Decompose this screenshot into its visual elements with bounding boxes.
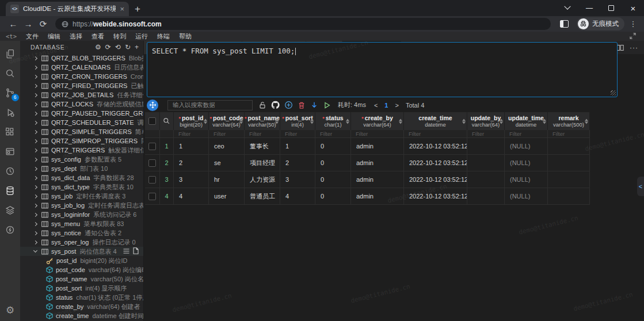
- new-tab-button[interactable]: +: [135, 2, 140, 16]
- tree-item-QRTZ_JOB_DETAILS[interactable]: QRTZ_JOB_DETAILS任务详细信息...: [20, 90, 143, 100]
- settings-gear-icon[interactable]: ⚙: [6, 304, 14, 316]
- zap-icon[interactable]: [1, 220, 20, 239]
- cell-update_by[interactable]: [467, 138, 505, 155]
- cell-post_id[interactable]: 4: [174, 188, 209, 205]
- forward-icon[interactable]: →: [21, 19, 36, 29]
- tree-item-QRTZ_FIRED_TRIGGERS[interactable]: QRTZ_FIRED_TRIGGERS已触发的触...: [20, 81, 143, 90]
- filter-input-post_name[interactable]: Filter: [245, 130, 280, 138]
- new-file-icon[interactable]: [133, 247, 139, 255]
- cell-post_sort[interactable]: 1: [280, 138, 315, 155]
- sort-icon[interactable]: [239, 119, 243, 124]
- cell-update_by[interactable]: [467, 188, 505, 205]
- next-page-icon[interactable]: >: [395, 102, 398, 109]
- cell-post_code[interactable]: user: [209, 188, 245, 205]
- prev-page-icon[interactable]: <: [374, 102, 378, 109]
- explorer-icon[interactable]: [1, 44, 20, 63]
- column-header-update_time[interactable]: update_timedatetime: [505, 112, 548, 130]
- panel-collapse-handle[interactable]: <: [637, 177, 644, 196]
- menu-item[interactable]: 转到: [109, 32, 131, 41]
- database-icon[interactable]: [1, 181, 20, 200]
- filter-input-create_time[interactable]: Filter: [404, 130, 467, 138]
- cell-remark[interactable]: [548, 171, 590, 188]
- field-post_id[interactable]: post_idbigint(20) 岗位ID: [20, 256, 143, 265]
- filter-input-update_time[interactable]: Filter: [505, 130, 548, 138]
- sort-icon[interactable]: [310, 119, 314, 124]
- sort-icon[interactable]: [346, 119, 349, 124]
- menu-item[interactable]: 终端: [153, 32, 174, 41]
- cell-post_name[interactable]: 人力资源: [245, 171, 280, 188]
- tree-item-sys_config[interactable]: sys_config参数配置表 5: [20, 155, 143, 164]
- history-icon[interactable]: ⟲: [115, 43, 121, 51]
- more-actions-icon[interactable]: ···: [630, 44, 638, 52]
- cell-update_time[interactable]: (NULL): [505, 188, 548, 205]
- move-button[interactable]: [147, 100, 158, 111]
- tree-item-QRTZ_CRON_TRIGGERS[interactable]: QRTZ_CRON_TRIGGERSCron类型...: [20, 72, 143, 81]
- tree-item-sys_dict_type[interactable]: sys_dict_type字典类型表 10: [20, 182, 143, 192]
- data-search-input[interactable]: 输入以搜索数据: [167, 100, 253, 110]
- extensions-icon[interactable]: [1, 123, 20, 141]
- download-icon[interactable]: [310, 101, 318, 109]
- cell-post_code[interactable]: hr: [209, 171, 245, 188]
- column-header-post_name[interactable]: *post_namevarchar(50): [245, 112, 280, 130]
- row-checkbox[interactable]: [148, 143, 156, 150]
- sort-icon[interactable]: [543, 119, 546, 124]
- column-header-remark[interactable]: remarkvarchar(500): [548, 112, 590, 130]
- menu-item[interactable]: 文件: [21, 32, 43, 41]
- page-number[interactable]: 1: [384, 102, 388, 109]
- field-post_sort[interactable]: post_sortint(4) 显示顺序: [20, 284, 143, 293]
- close-icon[interactable]: ×: [622, 0, 644, 16]
- tree-item-sys_notice[interactable]: sys_notice通知公告表 2: [20, 228, 143, 238]
- tree-item-QRTZ_SIMPLE_TRIGGERS[interactable]: QRTZ_SIMPLE_TRIGGERS简单触发...: [20, 127, 143, 136]
- address-bar[interactable]: https:// webide.sinosoft.com: [55, 18, 551, 30]
- menu-item[interactable]: 查看: [87, 32, 109, 41]
- cell-status[interactable]: 0: [315, 155, 351, 171]
- layers-icon[interactable]: [1, 201, 20, 219]
- field-post_name[interactable]: post_namevarchar(50) 岗位名称: [20, 274, 143, 284]
- tree-item-sys_menu[interactable]: sys_menu菜单权限表 83: [20, 219, 143, 228]
- sort-icon[interactable]: [204, 119, 207, 124]
- cell-post_name[interactable]: 普通员工: [245, 188, 280, 205]
- sort-icon[interactable]: [585, 119, 588, 124]
- sync-icon[interactable]: ⟳: [105, 43, 111, 51]
- filter-input-update_by[interactable]: Filter: [467, 130, 505, 138]
- add-icon[interactable]: +: [135, 43, 139, 51]
- remote-window-icon[interactable]: [1, 142, 20, 160]
- column-header-post_id[interactable]: *post_idbigint(20): [174, 112, 209, 130]
- column-header-update_by[interactable]: update_byvarchar(64): [467, 112, 505, 130]
- column-header-create_by[interactable]: *create_byvarchar(64): [351, 112, 404, 130]
- tree-item-sys_logininfor[interactable]: sys_logininfor系统访问记录 6: [20, 210, 143, 219]
- refresh-icon[interactable]: ↻: [125, 43, 131, 51]
- resize-handle-icon[interactable]: [611, 90, 616, 95]
- tree-item-QRTZ_CALENDARS[interactable]: QRTZ_CALENDARS日历信息表 0: [20, 63, 143, 72]
- row-checkbox[interactable]: [148, 193, 156, 200]
- cell-create_time[interactable]: 2022-10-12 03:52:12: [404, 138, 467, 155]
- cell-create_time[interactable]: 2022-10-12 03:52:12: [404, 155, 467, 171]
- column-header-post_code[interactable]: *post_codevarchar(64): [209, 112, 245, 130]
- tree-item-QRTZ_TRIGGERS[interactable]: QRTZ_TRIGGERS触发器详细信息表 3: [20, 146, 143, 155]
- menu-item[interactable]: 选择: [65, 32, 87, 41]
- cell-status[interactable]: 0: [315, 138, 351, 155]
- browser-tab[interactable]: <> CloudIDE - 云原生集成开发环境 ×: [6, 2, 129, 16]
- sort-icon[interactable]: [399, 119, 402, 124]
- field-create_by[interactable]: create_byvarchar(64) 创建者: [20, 302, 143, 311]
- settings-icon[interactable]: ⚙: [95, 43, 101, 51]
- column-header-create_time[interactable]: create_timedatetime: [404, 112, 467, 130]
- cell-create_by[interactable]: admin: [351, 188, 404, 205]
- fullscreen-icon[interactable]: [630, 31, 636, 41]
- tree-item-sys_dept[interactable]: sys_dept部门表 10: [20, 164, 143, 173]
- cell-remark[interactable]: [548, 155, 590, 171]
- cell-create_time[interactable]: 2022-10-12 03:52:12: [404, 171, 467, 188]
- tree-item-QRTZ_BLOB_TRIGGERS[interactable]: QRTZ_BLOB_TRIGGERSBlob类型的...: [20, 54, 143, 63]
- cell-update_by[interactable]: [467, 171, 505, 188]
- cell-post_code[interactable]: se: [209, 155, 245, 171]
- cell-create_time[interactable]: 2022-10-12 03:52:12: [404, 188, 467, 205]
- sort-icon[interactable]: [462, 119, 466, 124]
- github-icon[interactable]: [271, 101, 280, 109]
- browser-menu-icon[interactable]: ⋮: [628, 20, 638, 28]
- filter-input-create_by[interactable]: Filter: [351, 130, 404, 138]
- cell-update_time[interactable]: (NULL): [505, 138, 548, 155]
- cell-post_id[interactable]: 3: [174, 171, 209, 188]
- tree-item-sys_oper_log[interactable]: sys_oper_log操作日志记录 0: [20, 238, 143, 247]
- row-checkbox[interactable]: [148, 159, 156, 167]
- tree-item-QRTZ_LOCKS[interactable]: QRTZ_LOCKS存储的悲观锁信息表 2: [20, 100, 143, 109]
